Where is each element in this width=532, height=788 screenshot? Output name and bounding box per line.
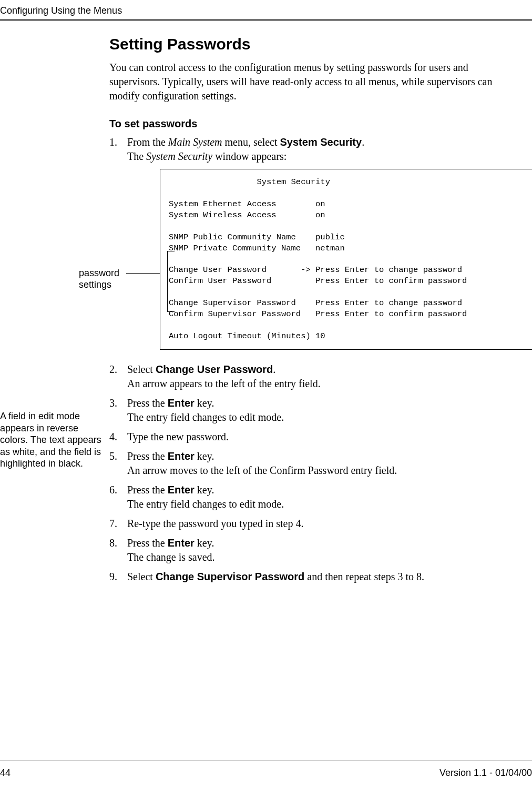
step-1-result-em: System Security [146, 150, 212, 162]
step-2: 2. Select Change User Password. An arrow… [109, 362, 509, 391]
subheading-to-set-passwords: To set passwords [109, 118, 509, 130]
step-9-text-b: and then repeat steps 3 to 8. [304, 571, 424, 582]
step-9-ui: Change Supervisor Password [156, 571, 304, 582]
step-8-text-a: Press the [127, 537, 168, 549]
step-3-text-b: key. [195, 397, 214, 409]
step-6-ui: Enter [168, 484, 195, 496]
step-8-result: The change is saved. [127, 551, 215, 563]
margin-note-edit-mode: A field in edit mode appears in reverse … [0, 410, 105, 470]
step-5-ui: Enter [168, 450, 195, 462]
step-2-result: An arrow appears to the left of the entr… [127, 378, 321, 389]
step-1-text-c: . [362, 136, 364, 148]
page-number: 44 [0, 767, 11, 779]
step-number: 4. [109, 430, 127, 444]
running-header: Configuring Using the Menus [0, 5, 532, 16]
step-5: 5. Press the Enter key. An arrow moves t… [109, 449, 509, 478]
step-number: 2. [109, 362, 127, 391]
step-3: 3. Press the Enter key. The entry field … [109, 396, 509, 425]
step-number: 1. [109, 135, 127, 357]
callout-password-settings: password settings [79, 268, 126, 290]
step-number: 8. [109, 536, 127, 564]
step-6-text-a: Press the [127, 484, 168, 496]
step-3-ui: Enter [168, 397, 195, 409]
callout-line [126, 273, 160, 274]
step-8: 8. Press the Enter key. The change is sa… [109, 536, 509, 564]
step-2-ui: Change User Password [156, 363, 273, 375]
step-5-text-a: Press the [127, 450, 168, 462]
step-7-text: Re-type the password you typed in step 4… [127, 518, 304, 529]
step-6: 6. Press the Enter key. The entry field … [109, 483, 509, 511]
step-3-result: The entry field changes to edit mode. [127, 411, 284, 423]
step-8-text-b: key. [195, 537, 214, 549]
step-4: 4. Type the new password. [109, 430, 509, 444]
step-4-text: Type the new password. [127, 431, 229, 442]
step-1-result-a: The [127, 150, 146, 162]
step-9: 9. Select Change Supervisor Password and… [109, 570, 509, 584]
step-5-result: An arrow moves to the left of the Confir… [127, 464, 397, 476]
step-6-result: The entry field changes to edit mode. [127, 498, 284, 510]
step-1-menu: Main System [168, 136, 222, 148]
step-number: 5. [109, 449, 127, 478]
step-number: 7. [109, 517, 127, 531]
step-number: 6. [109, 483, 127, 511]
step-1-ui: System Security [280, 136, 362, 148]
page-title: Setting Passwords [109, 35, 509, 53]
step-1-text-a: From the [127, 136, 168, 148]
step-1-text-b: menu, select [222, 136, 280, 148]
step-7: 7. Re-type the password you typed in ste… [109, 517, 509, 531]
step-number: 9. [109, 570, 127, 584]
intro-paragraph: You can control access to the configurat… [109, 60, 509, 103]
step-1-result-b: window appears: [212, 150, 287, 162]
step-2-text-a: Select [127, 363, 156, 375]
callout-bracket [167, 251, 175, 312]
step-9-text-a: Select [127, 571, 156, 582]
step-6-text-b: key. [195, 484, 214, 496]
step-5-text-b: key. [195, 450, 214, 462]
step-3-text-a: Press the [127, 397, 168, 409]
step-number: 3. [109, 396, 127, 425]
version-label: Version 1.1 - 01/04/00 [439, 767, 532, 779]
step-1: 1. From the Main System menu, select Sys… [109, 135, 509, 357]
step-2-text-b: . [273, 363, 275, 375]
step-8-ui: Enter [168, 537, 195, 549]
system-security-terminal: System Security System Ethernet Access o… [160, 169, 532, 350]
